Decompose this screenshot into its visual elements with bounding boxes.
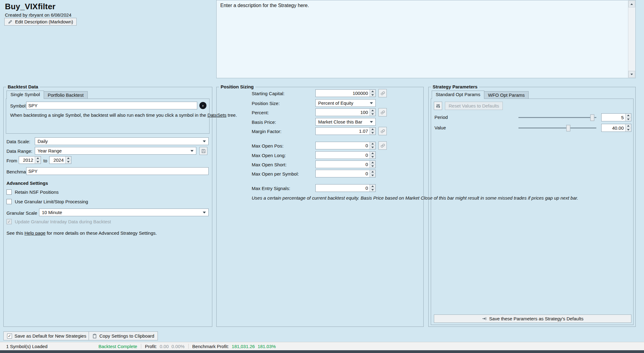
status-separator xyxy=(141,344,141,349)
description-scrollbar[interactable] xyxy=(628,1,635,78)
tab-wfo-opt-params[interactable]: WFO Opt Params xyxy=(484,91,529,99)
max-open-per-symbol-stepper[interactable]: 0 xyxy=(315,170,376,177)
benchmark-profit-label: Benchmark Profit: xyxy=(192,344,229,349)
benchmark-value: SPY xyxy=(28,168,38,174)
max-entry-signals-value[interactable]: 0 xyxy=(316,185,370,192)
basis-price-label: Basis Price: xyxy=(252,120,276,125)
scroll-down-icon xyxy=(630,74,633,75)
max-open-short-value[interactable]: 0 xyxy=(316,161,370,168)
gears-icon xyxy=(380,129,385,134)
strategy-parameters-title: Strategy Parameters xyxy=(431,84,479,89)
data-range-select[interactable]: Year Range xyxy=(35,147,196,155)
granular-processing-checkbox[interactable] xyxy=(6,199,12,204)
position-size-label: Position Size: xyxy=(252,101,280,106)
created-by-text: Created by rbryant on 6/08/2024 xyxy=(5,12,71,18)
spin-up-button[interactable] xyxy=(35,156,41,160)
description-editor[interactable]: Enter a description for the Strategy her… xyxy=(216,0,636,78)
update-granular-row: Update Granular Intraday Data during Bac… xyxy=(6,219,111,224)
floppy-disk-icon xyxy=(201,149,206,153)
position-size-value: Percent of Equity xyxy=(318,100,353,106)
to-year-stepper[interactable]: 2024 xyxy=(49,156,71,164)
save-range-button[interactable] xyxy=(199,147,207,155)
edit-description-button[interactable]: Edit Description (Markdown) xyxy=(4,18,77,26)
max-open-long-label: Max Open Long: xyxy=(252,153,286,158)
basis-price-select[interactable]: Market Close this Bar xyxy=(315,118,376,126)
retain-nsf-checkbox[interactable] xyxy=(6,189,12,195)
position-sizing-title: Position Sizing xyxy=(219,84,255,89)
spin-up-button[interactable] xyxy=(370,109,375,112)
from-label: From xyxy=(6,158,17,163)
edit-description-label: Edit Description (Markdown) xyxy=(15,19,73,24)
retain-nsf-row: Retain NSF Positions xyxy=(6,189,59,195)
max-entry-signals-stepper[interactable]: 0 xyxy=(315,184,376,192)
max-open-pos-value[interactable]: 0 xyxy=(316,142,370,149)
spin-up-button[interactable] xyxy=(370,128,375,131)
max-open-pos-variable-button[interactable] xyxy=(378,141,387,150)
tab-portfolio-backtest[interactable]: Portfolio Backtest xyxy=(44,91,88,99)
max-open-per-symbol-value[interactable]: 0 xyxy=(316,170,370,177)
save-as-default-button[interactable]: Save as Default for New Strategies xyxy=(3,331,90,340)
margin-factor-stepper[interactable]: 1.07 xyxy=(315,127,376,135)
help-page-link[interactable]: Help page xyxy=(24,230,45,236)
spin-down-button[interactable] xyxy=(370,188,375,192)
spin-up-button[interactable] xyxy=(66,156,71,160)
taskbar-edge xyxy=(0,350,644,353)
max-open-long-stepper[interactable]: 0 xyxy=(315,151,376,159)
spin-up-button[interactable] xyxy=(370,142,375,145)
copy-settings-label: Copy Settings to Clipboard xyxy=(99,333,154,339)
benchmark-profit-percent: 181.03% xyxy=(258,344,276,349)
spin-down-button[interactable] xyxy=(370,164,375,168)
margin-factor-variable-button[interactable] xyxy=(378,127,387,135)
spin-down-button[interactable] xyxy=(370,155,375,159)
percent-variable-button[interactable] xyxy=(378,108,387,116)
spin-down-button[interactable] xyxy=(66,160,71,164)
copy-settings-button[interactable]: Copy Settings to Clipboard xyxy=(89,331,158,340)
starting-capital-value[interactable]: 100000 xyxy=(316,90,370,97)
benchmark-input[interactable]: SPY xyxy=(26,167,209,175)
data-range-label: Data Range: xyxy=(6,148,32,154)
margin-factor-label: Margin Factor: xyxy=(252,129,282,134)
spin-down-button[interactable] xyxy=(370,173,375,177)
margin-factor-value[interactable]: 1.07 xyxy=(316,128,370,135)
granular-scale-select[interactable]: 10 Minute xyxy=(39,209,209,216)
spin-up-button[interactable] xyxy=(370,185,375,188)
chevron-down-icon xyxy=(203,212,206,213)
percent-value[interactable]: 100 xyxy=(316,109,370,116)
profit-label: Profit: xyxy=(145,344,157,349)
scroll-down-button[interactable] xyxy=(628,71,635,78)
from-year-value[interactable]: 2012 xyxy=(19,156,35,164)
spin-down-button[interactable] xyxy=(370,112,375,116)
spin-up-button[interactable] xyxy=(370,152,375,155)
to-year-value[interactable]: 2024 xyxy=(50,156,65,164)
tab-standard-opt-params[interactable]: Standard Opt Params xyxy=(432,91,484,99)
starting-capital-stepper[interactable]: 100000 xyxy=(315,89,376,97)
spin-up-button[interactable] xyxy=(370,90,375,93)
granular-scale-label: Granular Scale xyxy=(6,210,37,216)
spin-down-button[interactable] xyxy=(370,131,375,135)
tab-single-symbol[interactable]: Single Symbol xyxy=(6,91,44,99)
max-open-short-stepper[interactable]: 0 xyxy=(315,160,376,168)
percent-stepper[interactable]: 100 xyxy=(315,108,376,116)
benchmark-profit-value: 181,031.26 xyxy=(232,344,255,349)
data-scale-select[interactable]: Daily xyxy=(35,137,209,145)
symbols-loaded-text: 1 Symbol(s) Loaded xyxy=(6,344,98,349)
scroll-up-button[interactable] xyxy=(628,1,635,7)
spin-down-button[interactable] xyxy=(370,93,375,97)
strategy-title: Buy_VIXfilter xyxy=(5,2,55,11)
starting-capital-variable-button[interactable] xyxy=(378,89,387,97)
from-year-stepper[interactable]: 2012 xyxy=(19,156,41,164)
spin-down-button[interactable] xyxy=(35,160,41,164)
max-open-pos-stepper[interactable]: 0 xyxy=(315,142,376,149)
status-bar: 1 Symbol(s) Loaded Backtest Complete Pro… xyxy=(0,342,644,350)
position-size-select[interactable]: Percent of Equity xyxy=(315,99,376,107)
help-note: See this Help page for more details on t… xyxy=(6,230,157,236)
data-scale-label: Data Scale: xyxy=(6,139,30,144)
status-separator xyxy=(188,344,189,349)
max-open-short-label: Max Open Short: xyxy=(252,162,286,167)
standard-opt-params-tab-body xyxy=(431,99,634,325)
spin-down-button[interactable] xyxy=(370,145,375,149)
spin-up-button[interactable] xyxy=(370,161,375,164)
max-open-long-value[interactable]: 0 xyxy=(316,152,370,159)
scroll-up-icon xyxy=(630,3,633,5)
spin-up-button[interactable] xyxy=(370,170,375,173)
